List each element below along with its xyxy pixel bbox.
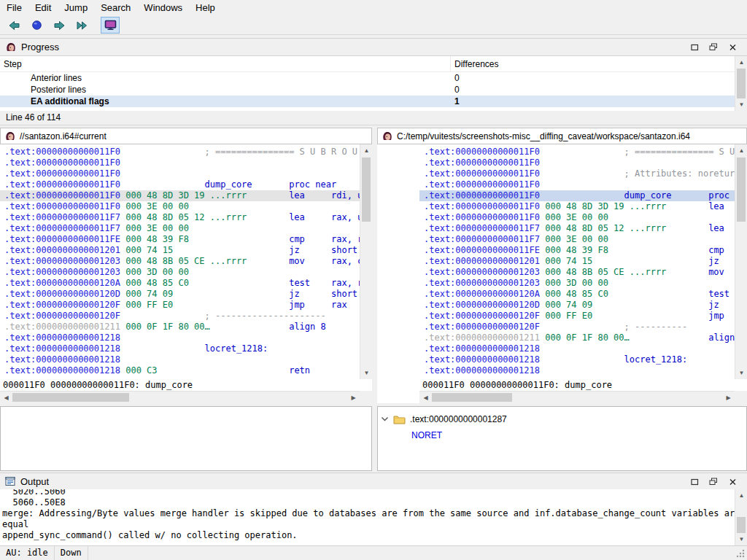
asm-line[interactable]: .text:0000000000001203 000 48 8B 05 CE .… xyxy=(419,267,735,278)
menu-item-help[interactable]: Help xyxy=(189,0,222,16)
asm-line[interactable]: .text:00000000000011F0 xyxy=(419,179,735,190)
asm-line[interactable]: .text:00000000000011F7 000 3E 00 00 xyxy=(419,234,735,245)
menu-item-jump[interactable]: Jump xyxy=(58,0,94,16)
column-header-differences[interactable]: Differences xyxy=(451,56,735,71)
asm-line[interactable]: .text:00000000000011F0 xyxy=(0,168,360,179)
minimize-button[interactable] xyxy=(689,43,700,52)
right-disassembly-listing[interactable]: .text:00000000000011F0 ; ===============… xyxy=(419,144,735,379)
scroll-thumb[interactable] xyxy=(362,158,371,222)
asm-line[interactable]: .text:00000000000011F7 000 3E 00 00 xyxy=(0,223,360,234)
asm-line[interactable]: .text:000000000000120D 000 74 09 jz shor… xyxy=(0,289,360,300)
column-header-step[interactable]: Step xyxy=(0,56,451,71)
output-log[interactable]: 5020..5060 5060..50E8merge: Addressing/B… xyxy=(0,489,735,545)
close-button[interactable] xyxy=(727,478,738,486)
asm-line[interactable]: .text:00000000000011F0 ; ===============… xyxy=(419,147,735,158)
asm-line[interactable]: .text:0000000000001218 xyxy=(419,343,735,354)
scroll-up-icon[interactable]: ▲ xyxy=(360,144,373,157)
float-button[interactable] xyxy=(708,43,719,52)
menu-item-edit[interactable]: Edit xyxy=(28,0,58,16)
menu-item-file[interactable]: File xyxy=(0,0,28,16)
asm-line[interactable]: .text:0000000000001203 000 3D 00 00 xyxy=(0,267,360,278)
scroll-right-icon[interactable]: ▶ xyxy=(722,392,735,404)
tree-node[interactable]: .text:0000000000001287 xyxy=(381,413,746,426)
asm-line[interactable]: .text:00000000000011FE 000 48 39 F8 cmp xyxy=(419,245,735,256)
asm-line[interactable]: .text:0000000000001201 000 74 15 jz xyxy=(419,256,735,267)
asm-line[interactable]: .text:0000000000001211 000 0F 1F 80 00… … xyxy=(0,322,360,332)
resize-grip[interactable] xyxy=(735,548,747,560)
left-horizontal-scrollbar[interactable]: ◀ ▶ xyxy=(0,391,360,403)
scroll-down-icon[interactable]: ▼ xyxy=(735,98,747,111)
asm-line[interactable]: .text:00000000000011F0 000 48 8D 3D 19 .… xyxy=(419,201,735,212)
asm-line[interactable]: .text:0000000000001203 000 48 8B 05 CE .… xyxy=(0,256,360,267)
left-pane-titlebar[interactable]: //santazon.i64#current xyxy=(0,128,372,144)
asm-line[interactable]: .text:000000000000120F 000 FF E0 jmp rax xyxy=(0,300,360,311)
asm-line[interactable]: .text:0000000000001203 000 3D 00 00 xyxy=(419,278,735,289)
asm-line[interactable]: .text:0000000000001218 locret_1218: xyxy=(419,354,735,365)
asm-line[interactable]: .text:00000000000011F0 dump_core proc ne… xyxy=(419,190,735,201)
progress-panel-titlebar[interactable]: Progress xyxy=(0,38,747,56)
screen-view-toggle-button[interactable] xyxy=(101,17,120,34)
navigate-forward-button[interactable] xyxy=(50,17,69,34)
left-disassembly-listing[interactable]: .text:00000000000011F0 ; ===============… xyxy=(0,144,360,379)
scroll-left-icon[interactable]: ◀ xyxy=(419,392,432,404)
scroll-thumb[interactable] xyxy=(12,393,129,402)
scroll-thumb[interactable] xyxy=(737,158,746,222)
scroll-thumb[interactable] xyxy=(432,393,512,402)
asm-line[interactable]: .text:0000000000001218 xyxy=(0,354,360,365)
progress-table-scrollbar[interactable]: ▲ ▼ xyxy=(735,56,747,111)
continue-button[interactable] xyxy=(72,17,91,34)
pane-splitter[interactable] xyxy=(372,128,377,403)
menu-item-search[interactable]: Search xyxy=(94,0,137,16)
asm-line[interactable]: .text:000000000000120A 000 48 85 C0 test… xyxy=(0,278,360,289)
stop-button[interactable] xyxy=(27,17,46,34)
asm-line[interactable]: .text:0000000000001218 xyxy=(419,365,735,376)
asm-line[interactable]: .text:00000000000011F0 ; Attributes: nor… xyxy=(419,168,735,179)
asm-line[interactable]: .text:00000000000011F7 000 48 8D 05 12 .… xyxy=(0,212,360,223)
asm-line[interactable]: .text:000000000000120F 000 FF E0 jmp xyxy=(419,311,735,322)
scroll-up-icon[interactable]: ▲ xyxy=(735,489,747,502)
right-horizontal-scrollbar[interactable]: ◀ ▶ xyxy=(419,391,735,403)
scroll-left-icon[interactable]: ◀ xyxy=(0,392,12,404)
asm-line[interactable]: .text:000000000000120D 000 74 09 jz xyxy=(419,300,735,311)
scroll-thumb[interactable] xyxy=(737,69,746,98)
close-button[interactable] xyxy=(727,43,738,52)
scroll-down-icon[interactable]: ▼ xyxy=(735,533,747,545)
navigate-back-button[interactable] xyxy=(4,17,23,34)
scroll-up-icon[interactable]: ▲ xyxy=(735,144,747,157)
asm-line[interactable]: .text:0000000000001218 locret_1218: xyxy=(0,343,360,354)
asm-line[interactable]: .text:00000000000011F0 000 3E 00 00 xyxy=(419,212,735,223)
progress-table-row[interactable]: Posterior lines0 xyxy=(0,84,735,96)
left-vertical-scrollbar[interactable]: ▲ ▼ xyxy=(360,144,372,379)
asm-line[interactable]: .text:00000000000011F7 000 48 8D 05 12 .… xyxy=(419,223,735,234)
asm-line[interactable]: .text:00000000000011F0 dump_core proc ne… xyxy=(0,179,360,190)
progress-table-row[interactable]: EA additional flags1 xyxy=(0,96,735,107)
asm-line[interactable]: .text:0000000000001218 000 C3 retn xyxy=(0,365,360,376)
asm-line[interactable]: .text:000000000000120F ; ---------------… xyxy=(0,311,360,322)
output-scrollbar[interactable]: ▲ ▼ xyxy=(735,489,747,545)
scroll-down-icon[interactable]: ▼ xyxy=(360,367,373,379)
asm-line[interactable]: .text:00000000000011F0 ; ===============… xyxy=(0,147,360,158)
asm-line[interactable]: .text:00000000000011F0 xyxy=(0,158,360,168)
right-vertical-scrollbar[interactable]: ▲ ▼ xyxy=(735,144,747,379)
asm-line[interactable]: .text:000000000000120F ; ---------- xyxy=(419,322,735,332)
menu-item-windows[interactable]: Windows xyxy=(137,0,189,16)
asm-line[interactable]: .text:0000000000001218 xyxy=(0,332,360,343)
asm-line[interactable]: .text:000000000000120A 000 48 85 C0 test xyxy=(419,289,735,300)
asm-line[interactable]: .text:00000000000011F0 xyxy=(419,158,735,168)
output-panel-titlebar[interactable]: Output xyxy=(0,472,747,491)
minimize-button[interactable] xyxy=(689,478,700,486)
scroll-thumb[interactable] xyxy=(737,517,746,533)
scroll-down-icon[interactable]: ▼ xyxy=(735,367,747,379)
asm-line[interactable]: .text:00000000000011F0 000 3E 00 00 xyxy=(0,201,360,212)
asm-line[interactable]: .text:00000000000011F0 000 48 8D 3D 19 .… xyxy=(0,190,360,201)
tree-child-noret[interactable]: NORET xyxy=(411,430,746,440)
scroll-right-icon[interactable]: ▶ xyxy=(347,392,360,404)
asm-line[interactable]: .text:0000000000001211 000 0F 1F 80 00… … xyxy=(419,332,735,343)
asm-line[interactable]: .text:0000000000001201 000 74 15 jz shor… xyxy=(0,245,360,256)
asm-line[interactable]: .text:00000000000011FE 000 48 39 F8 cmp … xyxy=(0,234,360,245)
scroll-up-icon[interactable]: ▲ xyxy=(735,56,747,69)
chevron-down-icon[interactable] xyxy=(381,416,389,422)
float-button[interactable] xyxy=(708,478,719,486)
right-pane-titlebar[interactable]: C:/temp/vuitests/screenshots-misc__diffi… xyxy=(377,128,747,144)
progress-table-row[interactable]: Anterior lines0 xyxy=(0,72,735,84)
